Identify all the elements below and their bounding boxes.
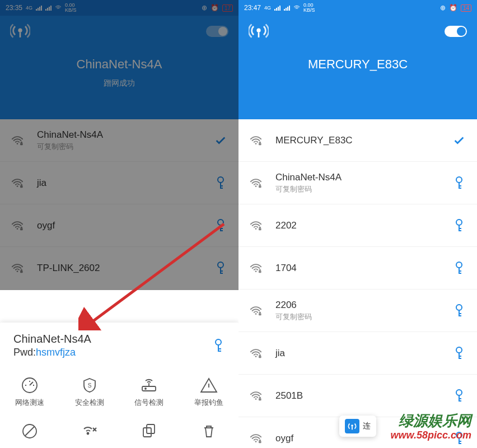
wifi-item[interactable]: ChinaNet-Ns4A可复制密码 bbox=[0, 119, 238, 162]
svg-rect-10 bbox=[20, 271, 23, 273]
wifi-item[interactable]: TP-LINK_2602 bbox=[0, 247, 238, 290]
pwd-value[interactable]: hsmvfjza bbox=[36, 347, 76, 358]
wifi-item[interactable]: jia bbox=[0, 162, 238, 204]
wifi-subtitle: 可复制密码 bbox=[37, 142, 214, 152]
svg-point-43 bbox=[255, 441, 257, 442]
wifi-name: 2202 bbox=[275, 220, 452, 231]
popup-actions-row1: 网络测速S安全检测信号检测举报钓鱼 bbox=[0, 366, 238, 416]
svg-rect-26 bbox=[259, 185, 261, 188]
wifi-item[interactable]: ChinaNet-Ns4A可复制密码 bbox=[238, 162, 477, 204]
wifi-item[interactable]: oygf bbox=[0, 204, 238, 247]
action-shield[interactable]: S安全检测 bbox=[60, 372, 120, 412]
action-disconnect[interactable] bbox=[60, 418, 120, 445]
svg-point-33 bbox=[456, 262, 462, 268]
wifi-action-check[interactable] bbox=[452, 134, 466, 147]
wifi-action-key[interactable] bbox=[214, 262, 227, 275]
action-copy[interactable] bbox=[119, 418, 179, 445]
svg-rect-19 bbox=[143, 428, 151, 437]
svg-point-9 bbox=[17, 270, 18, 272]
connect-fab[interactable]: 连 bbox=[339, 416, 376, 437]
wifi-detail-popup: ChinaNet-Ns4A Pwd:hsmvfjza 网络测速S安全检测信号检测… bbox=[0, 323, 238, 448]
svg-rect-4 bbox=[20, 185, 23, 188]
signal-icon bbox=[36, 5, 42, 11]
watermark-line2: www.58picc.com bbox=[391, 430, 471, 441]
wifi-name: 1704 bbox=[275, 263, 452, 274]
wifi-action-key[interactable] bbox=[452, 176, 466, 190]
wifi-item[interactable]: 2206可复制密码 bbox=[238, 290, 477, 332]
toggle-switch[interactable] bbox=[445, 26, 467, 37]
wifi-icon bbox=[55, 4, 62, 11]
svg-text:S: S bbox=[87, 382, 91, 389]
action-warn[interactable]: 举报钓鱼 bbox=[179, 372, 239, 412]
svg-point-22 bbox=[256, 29, 260, 32]
svg-point-25 bbox=[255, 185, 257, 187]
popup-password-row: Pwd:hsmvfjza bbox=[13, 347, 91, 358]
wifi-action-key[interactable] bbox=[452, 219, 466, 232]
wifi-subtitle: 可复制密码 bbox=[275, 184, 452, 194]
battery-badge: 17 bbox=[222, 4, 233, 12]
wifi-item[interactable]: jia bbox=[238, 332, 477, 375]
broadcast-icon bbox=[249, 21, 269, 41]
wifi-item[interactable]: 2501B bbox=[238, 375, 477, 417]
wifi-action-key[interactable] bbox=[452, 389, 466, 403]
svg-point-39 bbox=[456, 347, 462, 353]
wifi-signal-icon bbox=[11, 262, 24, 274]
disconnect-icon bbox=[81, 422, 99, 440]
action-block[interactable] bbox=[0, 418, 60, 445]
wifi-action-key[interactable] bbox=[452, 262, 466, 275]
fab-text: 连 bbox=[363, 421, 371, 431]
shield-icon: S bbox=[81, 376, 99, 394]
svg-point-37 bbox=[255, 356, 257, 357]
svg-point-1 bbox=[17, 143, 18, 144]
lock-icon: ⊕ bbox=[440, 4, 446, 12]
svg-point-30 bbox=[456, 220, 462, 225]
wifi-icon bbox=[293, 4, 300, 11]
wifi-action-key[interactable] bbox=[214, 176, 227, 190]
action-label: 举报钓鱼 bbox=[194, 398, 223, 408]
wifi-signal-icon bbox=[11, 177, 24, 189]
svg-point-28 bbox=[255, 228, 257, 230]
popup-key-icon[interactable] bbox=[212, 339, 225, 352]
wifi-item[interactable]: MERCURY_E83C bbox=[238, 119, 477, 162]
status-net: 4G bbox=[264, 6, 271, 11]
wifi-name: ChinaNet-Ns4A bbox=[275, 172, 452, 183]
wifi-signal-icon bbox=[250, 177, 262, 189]
svg-point-27 bbox=[456, 177, 462, 183]
speed-icon bbox=[21, 376, 39, 394]
wifi-item[interactable]: 2202 bbox=[238, 204, 477, 247]
signal-icon-2 bbox=[45, 5, 52, 11]
svg-rect-15 bbox=[142, 386, 156, 391]
signal-icon bbox=[274, 5, 280, 11]
svg-point-8 bbox=[218, 220, 223, 225]
status-speed: 0.00KB/S bbox=[65, 3, 77, 13]
svg-rect-29 bbox=[259, 228, 261, 230]
block-icon bbox=[21, 422, 39, 440]
wifi-name: jia bbox=[37, 178, 214, 189]
watermark-line1: 绿源娱乐网 bbox=[391, 413, 471, 430]
wifi-name: MERCURY_E83C bbox=[275, 135, 452, 146]
phone-left: 23:35 4G 0.00KB/S ⊕ ⏰ 17 ChinaNet-Ns4A 蹭… bbox=[0, 0, 238, 448]
alarm-icon: ⏰ bbox=[449, 4, 457, 12]
wifi-signal-icon bbox=[250, 347, 262, 360]
wifi-action-key[interactable] bbox=[452, 347, 466, 360]
wifi-signal-icon bbox=[250, 390, 262, 402]
alarm-icon: ⏰ bbox=[211, 4, 219, 12]
wifi-item[interactable]: 1704 bbox=[238, 247, 477, 290]
status-time: 23:47 bbox=[244, 4, 261, 12]
svg-point-6 bbox=[17, 228, 18, 230]
trash-icon bbox=[200, 422, 218, 440]
wifi-signal-icon bbox=[250, 134, 262, 147]
action-router[interactable]: 信号检测 bbox=[119, 372, 179, 412]
action-trash[interactable] bbox=[179, 418, 239, 445]
wifi-action-check[interactable] bbox=[214, 134, 227, 147]
wifi-action-key[interactable] bbox=[214, 219, 227, 232]
toggle-switch[interactable] bbox=[206, 26, 228, 37]
svg-point-12 bbox=[216, 339, 221, 345]
router-icon bbox=[140, 376, 158, 394]
popup-actions-row2 bbox=[0, 416, 238, 448]
wifi-name: jia bbox=[275, 348, 452, 359]
wifi-action-key[interactable] bbox=[452, 304, 466, 318]
header-title: ChinaNet-Ns4A bbox=[77, 57, 162, 72]
action-speed[interactable]: 网络测速 bbox=[0, 372, 60, 412]
wifi-signal-icon bbox=[250, 305, 262, 317]
